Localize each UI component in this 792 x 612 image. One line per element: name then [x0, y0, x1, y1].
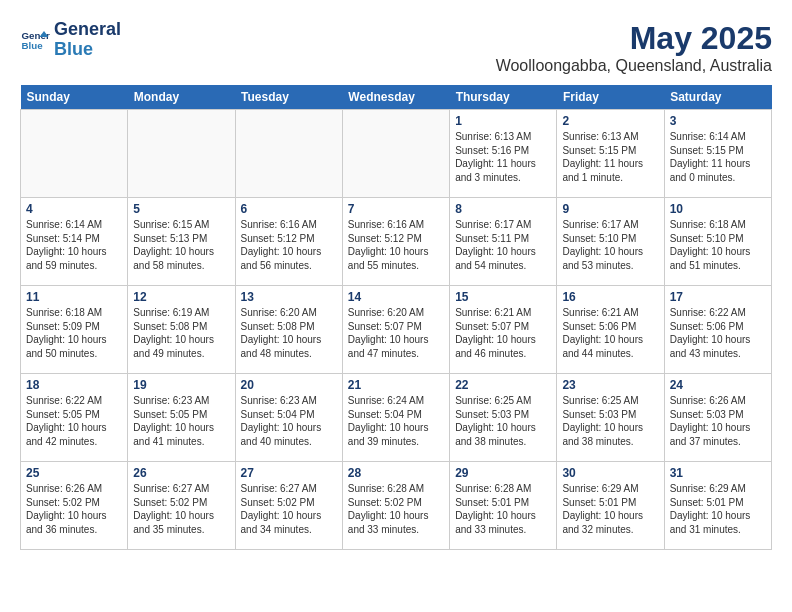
- calendar-cell: 21Sunrise: 6:24 AMSunset: 5:04 PMDayligh…: [342, 374, 449, 462]
- calendar-cell: 1Sunrise: 6:13 AMSunset: 5:16 PMDaylight…: [450, 110, 557, 198]
- cell-info: Sunrise: 6:27 AMSunset: 5:02 PMDaylight:…: [241, 482, 337, 536]
- cell-info: Sunrise: 6:14 AMSunset: 5:15 PMDaylight:…: [670, 130, 766, 184]
- cell-info: Sunrise: 6:27 AMSunset: 5:02 PMDaylight:…: [133, 482, 229, 536]
- date-number: 13: [241, 290, 337, 304]
- calendar-cell: 15Sunrise: 6:21 AMSunset: 5:07 PMDayligh…: [450, 286, 557, 374]
- calendar-cell: 26Sunrise: 6:27 AMSunset: 5:02 PMDayligh…: [128, 462, 235, 550]
- cell-info: Sunrise: 6:29 AMSunset: 5:01 PMDaylight:…: [562, 482, 658, 536]
- calendar-cell: [21, 110, 128, 198]
- day-header-monday: Monday: [128, 85, 235, 110]
- svg-text:Blue: Blue: [22, 40, 44, 51]
- cell-info: Sunrise: 6:17 AMSunset: 5:11 PMDaylight:…: [455, 218, 551, 272]
- calendar-cell: 11Sunrise: 6:18 AMSunset: 5:09 PMDayligh…: [21, 286, 128, 374]
- date-number: 18: [26, 378, 122, 392]
- date-number: 9: [562, 202, 658, 216]
- cell-info: Sunrise: 6:29 AMSunset: 5:01 PMDaylight:…: [670, 482, 766, 536]
- calendar-cell: 19Sunrise: 6:23 AMSunset: 5:05 PMDayligh…: [128, 374, 235, 462]
- calendar-cell: 9Sunrise: 6:17 AMSunset: 5:10 PMDaylight…: [557, 198, 664, 286]
- date-number: 15: [455, 290, 551, 304]
- calendar-cell: 10Sunrise: 6:18 AMSunset: 5:10 PMDayligh…: [664, 198, 771, 286]
- cell-info: Sunrise: 6:22 AMSunset: 5:05 PMDaylight:…: [26, 394, 122, 448]
- cell-info: Sunrise: 6:23 AMSunset: 5:04 PMDaylight:…: [241, 394, 337, 448]
- cell-info: Sunrise: 6:16 AMSunset: 5:12 PMDaylight:…: [348, 218, 444, 272]
- date-number: 17: [670, 290, 766, 304]
- cell-info: Sunrise: 6:20 AMSunset: 5:08 PMDaylight:…: [241, 306, 337, 360]
- cell-info: Sunrise: 6:18 AMSunset: 5:09 PMDaylight:…: [26, 306, 122, 360]
- date-number: 19: [133, 378, 229, 392]
- page-header: General Blue General Blue May 2025 Wooll…: [20, 20, 772, 75]
- calendar-cell: 3Sunrise: 6:14 AMSunset: 5:15 PMDaylight…: [664, 110, 771, 198]
- cell-info: Sunrise: 6:26 AMSunset: 5:02 PMDaylight:…: [26, 482, 122, 536]
- date-number: 27: [241, 466, 337, 480]
- calendar-cell: [128, 110, 235, 198]
- date-number: 21: [348, 378, 444, 392]
- cell-info: Sunrise: 6:21 AMSunset: 5:07 PMDaylight:…: [455, 306, 551, 360]
- date-number: 11: [26, 290, 122, 304]
- calendar-cell: 4Sunrise: 6:14 AMSunset: 5:14 PMDaylight…: [21, 198, 128, 286]
- date-number: 25: [26, 466, 122, 480]
- date-number: 7: [348, 202, 444, 216]
- location: Woolloongabba, Queensland, Australia: [496, 57, 772, 75]
- date-number: 24: [670, 378, 766, 392]
- day-header-tuesday: Tuesday: [235, 85, 342, 110]
- date-number: 30: [562, 466, 658, 480]
- calendar-cell: 22Sunrise: 6:25 AMSunset: 5:03 PMDayligh…: [450, 374, 557, 462]
- cell-info: Sunrise: 6:25 AMSunset: 5:03 PMDaylight:…: [562, 394, 658, 448]
- day-header-friday: Friday: [557, 85, 664, 110]
- date-number: 3: [670, 114, 766, 128]
- date-number: 31: [670, 466, 766, 480]
- day-header-saturday: Saturday: [664, 85, 771, 110]
- title-block: May 2025 Woolloongabba, Queensland, Aust…: [496, 20, 772, 75]
- calendar-cell: 14Sunrise: 6:20 AMSunset: 5:07 PMDayligh…: [342, 286, 449, 374]
- date-number: 22: [455, 378, 551, 392]
- calendar-cell: 31Sunrise: 6:29 AMSunset: 5:01 PMDayligh…: [664, 462, 771, 550]
- date-number: 23: [562, 378, 658, 392]
- cell-info: Sunrise: 6:25 AMSunset: 5:03 PMDaylight:…: [455, 394, 551, 448]
- calendar-cell: 12Sunrise: 6:19 AMSunset: 5:08 PMDayligh…: [128, 286, 235, 374]
- calendar-cell: 16Sunrise: 6:21 AMSunset: 5:06 PMDayligh…: [557, 286, 664, 374]
- cell-info: Sunrise: 6:28 AMSunset: 5:02 PMDaylight:…: [348, 482, 444, 536]
- cell-info: Sunrise: 6:21 AMSunset: 5:06 PMDaylight:…: [562, 306, 658, 360]
- calendar-cell: 24Sunrise: 6:26 AMSunset: 5:03 PMDayligh…: [664, 374, 771, 462]
- calendar-cell: 25Sunrise: 6:26 AMSunset: 5:02 PMDayligh…: [21, 462, 128, 550]
- calendar-cell: 30Sunrise: 6:29 AMSunset: 5:01 PMDayligh…: [557, 462, 664, 550]
- date-number: 20: [241, 378, 337, 392]
- date-number: 4: [26, 202, 122, 216]
- calendar-cell: 27Sunrise: 6:27 AMSunset: 5:02 PMDayligh…: [235, 462, 342, 550]
- logo-text: General Blue: [54, 20, 121, 60]
- calendar-cell: 5Sunrise: 6:15 AMSunset: 5:13 PMDaylight…: [128, 198, 235, 286]
- logo-icon: General Blue: [20, 25, 50, 55]
- week-row-3: 18Sunrise: 6:22 AMSunset: 5:05 PMDayligh…: [21, 374, 772, 462]
- month-title: May 2025: [496, 20, 772, 57]
- date-number: 16: [562, 290, 658, 304]
- calendar-cell: 17Sunrise: 6:22 AMSunset: 5:06 PMDayligh…: [664, 286, 771, 374]
- day-header-wednesday: Wednesday: [342, 85, 449, 110]
- cell-info: Sunrise: 6:20 AMSunset: 5:07 PMDaylight:…: [348, 306, 444, 360]
- calendar-cell: 18Sunrise: 6:22 AMSunset: 5:05 PMDayligh…: [21, 374, 128, 462]
- logo: General Blue General Blue: [20, 20, 121, 60]
- week-row-2: 11Sunrise: 6:18 AMSunset: 5:09 PMDayligh…: [21, 286, 772, 374]
- cell-info: Sunrise: 6:26 AMSunset: 5:03 PMDaylight:…: [670, 394, 766, 448]
- cell-info: Sunrise: 6:14 AMSunset: 5:14 PMDaylight:…: [26, 218, 122, 272]
- cell-info: Sunrise: 6:18 AMSunset: 5:10 PMDaylight:…: [670, 218, 766, 272]
- date-number: 5: [133, 202, 229, 216]
- cell-info: Sunrise: 6:13 AMSunset: 5:16 PMDaylight:…: [455, 130, 551, 184]
- calendar-cell: 23Sunrise: 6:25 AMSunset: 5:03 PMDayligh…: [557, 374, 664, 462]
- day-header-thursday: Thursday: [450, 85, 557, 110]
- week-row-1: 4Sunrise: 6:14 AMSunset: 5:14 PMDaylight…: [21, 198, 772, 286]
- cell-info: Sunrise: 6:28 AMSunset: 5:01 PMDaylight:…: [455, 482, 551, 536]
- cell-info: Sunrise: 6:17 AMSunset: 5:10 PMDaylight:…: [562, 218, 658, 272]
- date-number: 8: [455, 202, 551, 216]
- calendar-cell: 8Sunrise: 6:17 AMSunset: 5:11 PMDaylight…: [450, 198, 557, 286]
- header-row: SundayMondayTuesdayWednesdayThursdayFrid…: [21, 85, 772, 110]
- date-number: 10: [670, 202, 766, 216]
- calendar-cell: 7Sunrise: 6:16 AMSunset: 5:12 PMDaylight…: [342, 198, 449, 286]
- calendar-cell: 28Sunrise: 6:28 AMSunset: 5:02 PMDayligh…: [342, 462, 449, 550]
- calendar-cell: 13Sunrise: 6:20 AMSunset: 5:08 PMDayligh…: [235, 286, 342, 374]
- cell-info: Sunrise: 6:15 AMSunset: 5:13 PMDaylight:…: [133, 218, 229, 272]
- week-row-4: 25Sunrise: 6:26 AMSunset: 5:02 PMDayligh…: [21, 462, 772, 550]
- calendar-cell: [342, 110, 449, 198]
- date-number: 1: [455, 114, 551, 128]
- calendar-table: SundayMondayTuesdayWednesdayThursdayFrid…: [20, 85, 772, 550]
- calendar-cell: 29Sunrise: 6:28 AMSunset: 5:01 PMDayligh…: [450, 462, 557, 550]
